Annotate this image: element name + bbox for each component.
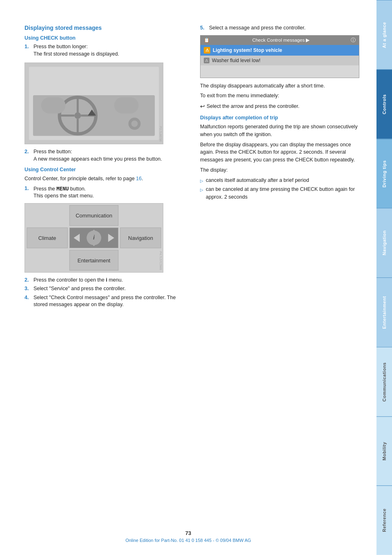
sidebar-tab-mobility[interactable]: Mobility	[376, 416, 392, 486]
displays-para2: Before the display disappears, you can d…	[200, 141, 359, 164]
using-control-center-title: Using Control Center	[24, 167, 184, 172]
after-display-select-text: Select the arrow and press the controlle…	[207, 103, 299, 110]
check-control-row1-text: Lighting system! Stop vehicle	[213, 47, 282, 53]
left-column: Displaying stored messages Using CHECK b…	[24, 25, 184, 310]
check-control-box: 📋 Check Control messages ▶ ⓘ ⚠ Lighting …	[200, 35, 359, 78]
page-number: 73	[0, 530, 376, 536]
step-5-number: 5.	[200, 25, 207, 32]
sidebar: At a glance Controls Driving tips Naviga…	[376, 0, 392, 555]
step-2-number: 2.	[24, 148, 32, 163]
step-2-line2: A new message appears each time you pres…	[33, 156, 162, 163]
sidebar-tab-controls[interactable]: Controls	[376, 69, 392, 139]
check-button-steps: 1. Press the button longer: The first st…	[24, 43, 184, 59]
step-1-line2: The first stored message is displayed.	[33, 51, 119, 58]
section-title: Displaying stored messages	[24, 25, 184, 31]
check-control-row2: ⚠ Washer fluid level low!	[200, 56, 359, 65]
using-check-button-title: Using CHECK button	[24, 35, 184, 41]
check-control-header-text: Check Control messages ▶	[252, 37, 310, 43]
check-button-step2: 2. Press the button: A new message appea…	[24, 148, 184, 163]
svg-point-12	[131, 121, 138, 127]
sidebar-tab-label: Navigation	[382, 231, 387, 255]
step-1: 1. Press the button longer: The first st…	[24, 43, 184, 59]
sidebar-tab-reference[interactable]: Reference	[376, 486, 392, 555]
dashboard-image-box: P2.7L96786	[24, 63, 163, 144]
idrive-menu-box: Communication Climate i Navigation Enter…	[24, 203, 163, 273]
sidebar-tab-communications[interactable]: Communications	[376, 347, 392, 416]
check-control-header-info: ⓘ	[351, 37, 356, 43]
check-control-header-icon: 📋	[204, 37, 209, 43]
step-5-text: Select a message and press the controlle…	[209, 25, 359, 32]
warning-icon-2: ⚠	[204, 58, 209, 63]
display-label: The display:	[200, 166, 359, 174]
footer-text: Online Edition for Part-No. 01 41 0 158 …	[0, 538, 376, 543]
svg-rect-9	[41, 97, 66, 114]
step-5-list: 5. Select a message and press the contro…	[200, 25, 359, 32]
check-control-empty-area	[200, 65, 359, 78]
bullet-1-text: cancels itself automatically after a bri…	[206, 177, 309, 184]
after-display-text2: To exit from the menu immediately:	[200, 92, 359, 100]
display-bullet-list: ▷ cancels itself automatically after a b…	[200, 177, 359, 201]
cc-step-1-number: 1.	[24, 185, 32, 200]
check-control-header: 📋 Check Control messages ▶ ⓘ	[200, 36, 359, 45]
menu-bold-label: MENU	[56, 186, 69, 192]
step-1-number: 1.	[24, 43, 32, 59]
cc-steps-2-4: 2. Press the controller to open the i me…	[24, 277, 184, 309]
dashboard-svg	[25, 63, 163, 144]
sidebar-tab-label: Reference	[382, 509, 387, 533]
image-label-menu: P4.7L57C5W8	[159, 251, 162, 270]
step-5: 5. Select a message and press the contro…	[200, 25, 359, 32]
sidebar-tab-at-a-glance[interactable]: At a glance	[376, 0, 392, 69]
sidebar-tab-driving-tips[interactable]: Driving tips	[376, 139, 392, 208]
image-label-left: P2.7L96786	[159, 126, 162, 142]
svg-rect-10	[114, 97, 139, 114]
check-control-row1: ⚠ Lighting system! Stop vehicle	[200, 45, 359, 56]
sidebar-tab-label: Entertainment	[382, 296, 387, 329]
sidebar-tab-label: Controls	[382, 94, 387, 114]
cc-step-1-text: Press the MENU button.	[33, 185, 94, 193]
cc-step-4-text: Select "Check Control messages" and pres…	[33, 294, 184, 309]
sidebar-tab-label: Mobility	[382, 442, 387, 461]
back-arrow-icon: ↩	[200, 102, 205, 111]
warning-icon-1: ⚠	[204, 47, 210, 54]
bullet-item-1: ▷ cancels itself automatically after a b…	[200, 177, 359, 184]
displays-para1: Malfunction reports generated during the…	[200, 123, 359, 139]
sidebar-tab-label: At a glance	[382, 22, 387, 48]
cc-step-2: 2. Press the controller to open the i me…	[24, 277, 184, 284]
svg-text:Entertainment: Entertainment	[78, 257, 111, 263]
page-link-16[interactable]: 16	[136, 176, 142, 181]
sidebar-tab-entertainment[interactable]: Entertainment	[376, 278, 392, 347]
control-center-steps: 1. Press the MENU button. This opens the…	[24, 185, 184, 200]
cc-step-1: 1. Press the MENU button. This opens the…	[24, 185, 184, 200]
bullet-2-text: can be canceled at any time pressing the…	[206, 186, 359, 201]
idrive-menu-svg: Communication Climate i Navigation Enter…	[25, 203, 163, 273]
cc-step-3-number: 3.	[24, 285, 32, 293]
svg-point-4	[74, 112, 81, 119]
step-2-line1: Press the button:	[33, 148, 162, 156]
cc-step-2-text: Press the controller to open the i menu.	[33, 277, 184, 284]
cc-step-1-sub: This opens the start menu.	[33, 192, 94, 200]
cc-step-3: 3. Select "Service" and press the contro…	[24, 285, 184, 293]
cc-step-3-text: Select "Service" and press the controlle…	[33, 285, 184, 293]
sidebar-tab-label: Driving tips	[382, 160, 387, 188]
sidebar-tab-label: Communications	[382, 362, 387, 401]
page-footer: 73 Online Edition for Part-No. 01 41 0 1…	[0, 530, 376, 543]
after-display-text1: The display disappears automatically aft…	[200, 82, 359, 90]
svg-text:Navigation: Navigation	[128, 235, 153, 241]
right-column: 5. Select a message and press the contro…	[200, 25, 359, 203]
cc-step-2-number: 2.	[24, 277, 32, 284]
bullet-arrow-2: ▷	[200, 187, 203, 201]
step-2: 2. Press the button: A new message appea…	[24, 148, 184, 163]
cc-step-4: 4. Select "Check Control messages" and p…	[24, 294, 184, 309]
sidebar-tab-navigation[interactable]: Navigation	[376, 208, 392, 278]
svg-text:Climate: Climate	[38, 235, 56, 241]
displays-after-trip-title: Displays after completion of trip	[200, 115, 359, 121]
control-center-intro: Control Center, for principle details, r…	[24, 175, 184, 183]
bullet-item-2: ▷ can be canceled at any time pressing t…	[200, 186, 359, 201]
after-display-text3: ↩ Select the arrow and press the control…	[200, 102, 359, 111]
cc-step-4-number: 4.	[24, 294, 32, 309]
check-control-row2-text: Washer fluid level low!	[212, 58, 261, 63]
bullet-arrow-1: ▷	[200, 178, 203, 184]
svg-text:Communication: Communication	[76, 213, 112, 219]
step-1-line1: Press the button longer:	[33, 43, 119, 51]
